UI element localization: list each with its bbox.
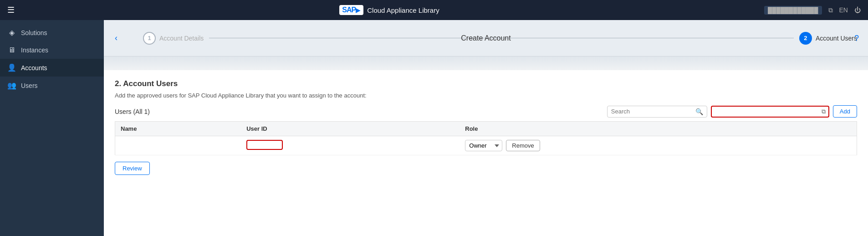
cell-user-id	[241, 136, 460, 155]
add-user-input[interactable]	[715, 108, 819, 115]
help-icon[interactable]: ?	[854, 33, 859, 43]
col-user-id: User ID	[241, 122, 460, 136]
nav-right: ████████████ ⧉ EN ⏻	[764, 6, 861, 15]
user-id-value	[246, 140, 283, 150]
solutions-icon: ◈	[7, 28, 16, 37]
wizard-step-1: 1 Account Details	[143, 32, 204, 45]
users-table: Name User ID Role O	[115, 121, 857, 155]
step1-label: Account Details	[159, 35, 204, 42]
wizard-step-2: 2 Account Users	[799, 32, 857, 45]
sidebar-item-instances[interactable]: 🖥 Instances	[0, 41, 104, 59]
sidebar-label-instances: Instances	[21, 46, 48, 54]
scroll-hint	[104, 56, 868, 70]
copy-icon[interactable]: ⧉	[828, 6, 833, 14]
nav-left: ☰	[7, 5, 15, 15]
col-role: Role	[460, 122, 857, 136]
search-add-row: 🔍 ⧉ Add	[607, 105, 857, 118]
inner-content: 2. Account Users Add the approved users …	[104, 70, 868, 236]
step1-number: 1	[148, 35, 151, 41]
search-icon[interactable]: 🔍	[695, 108, 703, 115]
role-cell: Owner Member Viewer Remove	[465, 140, 851, 151]
users-count-label: Users (All 1)	[115, 108, 150, 115]
content-area: ‹ Create Account 1 Account Details 2	[104, 20, 868, 236]
add-user-input-box: ⧉	[711, 106, 829, 118]
stepper-header: ‹ Create Account 1 Account Details 2	[104, 20, 868, 56]
power-icon[interactable]: ⏻	[854, 6, 861, 14]
accounts-icon: 👤	[7, 63, 16, 72]
sidebar-item-accounts[interactable]: 👤 Accounts	[0, 59, 104, 77]
sidebar: ◈ Solutions 🖥 Instances 👤 Accounts 👥 Use…	[0, 20, 104, 236]
section-title: 2. Account Users	[115, 79, 857, 88]
instances-icon: 🖥	[7, 46, 16, 54]
step2-label: Account Users	[816, 35, 857, 42]
copy-link-icon[interactable]: ⧉	[822, 108, 826, 115]
users-table-header: Users (All 1) 🔍 ⧉ Add	[115, 105, 857, 118]
cell-role: Owner Member Viewer Remove	[460, 136, 857, 155]
step2-circle: 2	[799, 32, 812, 45]
sap-logo-arrow: ▶	[356, 6, 361, 14]
user-name: ████████████	[764, 6, 822, 15]
lang-label[interactable]: EN	[839, 6, 848, 14]
sap-logo-text: SAP	[342, 6, 356, 14]
page-title: Create Account	[461, 34, 511, 42]
sap-logo: SAP ▶	[339, 5, 363, 15]
section-description: Add the approved users for SAP Cloud App…	[115, 92, 857, 99]
sidebar-label-users: Users	[21, 82, 38, 89]
back-button[interactable]: ‹	[115, 33, 117, 43]
nav-center: SAP ▶ Cloud Appliance Library	[339, 5, 439, 15]
step2-number: 2	[804, 35, 807, 41]
sidebar-item-users[interactable]: 👥 Users	[0, 77, 104, 94]
col-name: Name	[115, 122, 241, 136]
top-navigation: ☰ SAP ▶ Cloud Appliance Library ████████…	[0, 0, 868, 20]
add-button[interactable]: Add	[833, 105, 857, 118]
role-select[interactable]: Owner Member Viewer	[465, 140, 502, 151]
search-box: 🔍	[607, 106, 707, 118]
search-input[interactable]	[611, 108, 693, 115]
main-layout: ◈ Solutions 🖥 Instances 👤 Accounts 👥 Use…	[0, 20, 868, 236]
table-header-row: Name User ID Role	[115, 122, 857, 136]
users-icon: 👥	[7, 81, 16, 90]
review-button[interactable]: Review	[115, 162, 150, 175]
sidebar-label-accounts: Accounts	[21, 64, 47, 72]
sidebar-label-solutions: Solutions	[21, 29, 47, 36]
app-title: Cloud Appliance Library	[367, 6, 439, 14]
menu-icon[interactable]: ☰	[7, 5, 15, 15]
table-row: Owner Member Viewer Remove	[115, 136, 857, 155]
sidebar-item-solutions[interactable]: ◈ Solutions	[0, 24, 104, 41]
remove-button[interactable]: Remove	[506, 140, 540, 151]
cell-name	[115, 136, 241, 155]
step1-circle: 1	[143, 32, 156, 45]
